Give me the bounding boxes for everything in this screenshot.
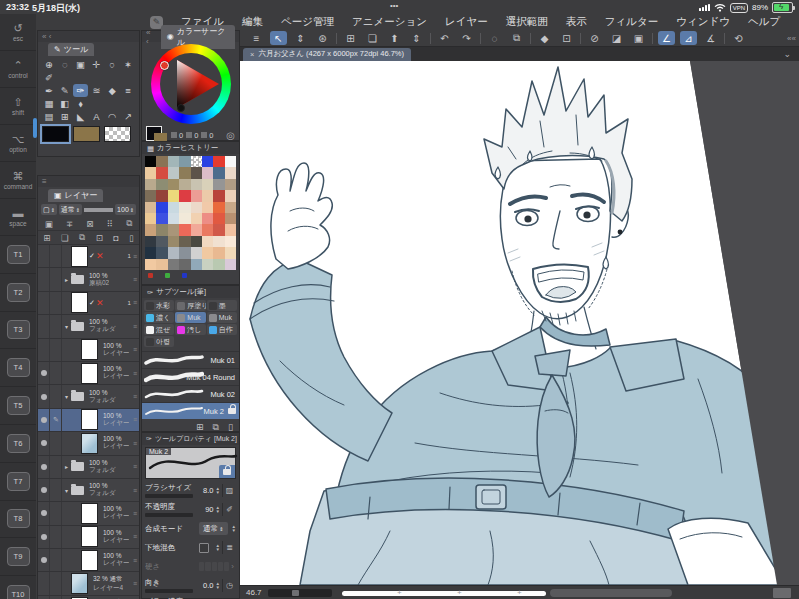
layer-row[interactable]: ▾ 100 % フォルダ ≡	[38, 315, 139, 338]
tool-panel-tab[interactable]: ✎ ツール	[48, 43, 94, 56]
history-swatch[interactable]	[168, 156, 179, 167]
history-swatch[interactable]	[225, 190, 236, 201]
toolbar-button[interactable]: ≡	[248, 31, 265, 45]
layer-row[interactable]: ▸ 100 % フォルダ ≡	[38, 456, 139, 479]
visibility-eye-icon[interactable]	[41, 534, 47, 540]
history-swatch[interactable]	[156, 247, 167, 258]
brush-list-item[interactable]: Muk 2	[142, 402, 239, 419]
layer-panel-tab[interactable]: ▣ レイヤー	[48, 189, 103, 202]
tool-button[interactable]: ✶	[120, 58, 136, 71]
history-swatch[interactable]	[145, 179, 156, 190]
t-shortcut-key[interactable]: T7	[0, 463, 36, 501]
visibility-eye-icon[interactable]	[41, 464, 47, 470]
layer-thumbnail[interactable]	[81, 433, 98, 454]
layer-thumbnail[interactable]	[81, 409, 98, 430]
layer-action-icon[interactable]: ⠿	[107, 219, 113, 229]
brush-list-item[interactable]: Muk 02	[142, 385, 239, 402]
tool-button[interactable]	[120, 97, 136, 110]
panel-menu-icon[interactable]: ≡	[42, 177, 47, 186]
sub-tool-group-tab[interactable]: 濃く	[144, 312, 174, 323]
layer-action-icon[interactable]: ⧉	[126, 218, 132, 229]
toolbar-button[interactable]: ⊿	[680, 31, 697, 45]
tool-button[interactable]: ⊞	[57, 110, 73, 123]
toolbar-button[interactable]: ⬆	[386, 31, 403, 45]
history-swatch[interactable]	[156, 236, 167, 247]
history-swatch[interactable]	[191, 247, 202, 258]
layer-row[interactable]: ▾ 100 % フォルダ ≡	[38, 479, 139, 502]
tool-button[interactable]: ○	[104, 58, 120, 71]
sub-tool-group-tab[interactable]: 混ぜ	[144, 324, 174, 335]
rgb-dot[interactable]	[165, 273, 170, 278]
brush-preview[interactable]: Muk 2	[145, 447, 236, 479]
history-swatch[interactable]	[179, 247, 190, 258]
row-handle-icon[interactable]: ≡	[132, 393, 138, 400]
toolbar-button[interactable]: ◌	[486, 31, 503, 45]
history-swatch[interactable]	[191, 179, 202, 190]
sub-tool-group-tab[interactable]: 墨	[207, 300, 237, 311]
toolbar-button[interactable]: ◆	[536, 31, 553, 45]
history-swatch[interactable]	[202, 167, 213, 178]
visibility-eye-icon[interactable]	[41, 487, 47, 493]
property-option-icon[interactable]: ▨	[222, 484, 236, 497]
tool-button[interactable]	[104, 97, 120, 110]
layer-action-icon[interactable]: ⧉	[79, 232, 85, 243]
tool-button[interactable]: ✛	[88, 58, 104, 71]
blend-mode-select[interactable]: 通常⇕	[59, 204, 82, 215]
row-handle-icon[interactable]: ≡	[132, 346, 138, 353]
layer-action-icon[interactable]: ◘	[113, 233, 118, 243]
visibility-eye-icon[interactable]	[41, 510, 47, 516]
tool-button[interactable]: ≡	[120, 84, 136, 97]
history-swatch[interactable]	[202, 156, 213, 167]
layer-row[interactable]: ✎ 100 % レイヤー ≡	[38, 409, 139, 432]
folder-expand-arrow[interactable]: ▾	[63, 393, 70, 400]
history-swatch[interactable]	[145, 190, 156, 201]
toolbar-button[interactable]: ⇕	[408, 31, 425, 45]
menu-item[interactable]: ページ管理	[281, 15, 334, 29]
toolbar-button[interactable]: ∠	[658, 31, 675, 45]
layer-action-icon[interactable]: ⊠	[86, 219, 93, 229]
history-swatch[interactable]	[145, 224, 156, 235]
toolbar-button[interactable]: ⊞	[342, 31, 359, 45]
layer-action-icon[interactable]: ∓	[66, 219, 73, 229]
history-swatch[interactable]	[179, 224, 190, 235]
mini-slider[interactable]	[268, 589, 332, 597]
sv-triangle[interactable]	[151, 44, 231, 124]
tool-button[interactable]: ≋	[88, 84, 104, 97]
sub-color-swatch[interactable]	[73, 126, 100, 142]
history-swatch[interactable]	[168, 179, 179, 190]
history-swatch[interactable]	[225, 167, 236, 178]
history-swatch[interactable]	[168, 167, 179, 178]
history-swatch[interactable]	[202, 179, 213, 190]
tool-button[interactable]	[104, 71, 120, 84]
transparent-color-swatch[interactable]	[104, 126, 131, 142]
menu-item[interactable]: 表示	[566, 15, 587, 29]
toolbar-button[interactable]: ↖	[270, 31, 287, 45]
history-swatch[interactable]	[145, 236, 156, 247]
toolbar-button[interactable]: ⊘	[586, 31, 603, 45]
layer-action-icon[interactable]: ▯	[129, 233, 134, 243]
rgb-dot[interactable]	[148, 273, 153, 278]
history-swatch[interactable]	[191, 224, 202, 235]
history-swatch[interactable]	[168, 190, 179, 201]
brush-list-item[interactable]: Muk 01	[142, 351, 239, 368]
history-swatch[interactable]	[156, 224, 167, 235]
history-swatch[interactable]	[213, 213, 224, 224]
layer-row[interactable]: ✓ ✕ 1 ≡	[38, 245, 139, 268]
layer-row[interactable]: 100 % レイヤー ≡	[38, 549, 139, 572]
history-swatch[interactable]	[213, 224, 224, 235]
history-swatch[interactable]	[202, 224, 213, 235]
history-swatch[interactable]	[168, 202, 179, 213]
history-swatch[interactable]	[225, 179, 236, 190]
tool-button[interactable]	[88, 71, 104, 84]
menu-item[interactable]: 選択範囲	[506, 15, 548, 29]
close-tab-icon[interactable]: ×	[250, 50, 254, 59]
row-handle-icon[interactable]: ≡	[132, 370, 138, 377]
toolbar-button[interactable]: ∡	[702, 31, 719, 45]
sub-tool-group-tab[interactable]: 自作	[207, 324, 237, 335]
toolbar-button[interactable]: ◪	[608, 31, 625, 45]
history-swatch[interactable]	[145, 202, 156, 213]
history-swatch[interactable]	[225, 156, 236, 167]
history-swatch[interactable]	[202, 202, 213, 213]
row-handle-icon[interactable]: ≡	[132, 323, 138, 330]
document-tab[interactable]: × 六月お父さん (4267 x 6000px 72dpi 46.7%)	[243, 48, 411, 61]
